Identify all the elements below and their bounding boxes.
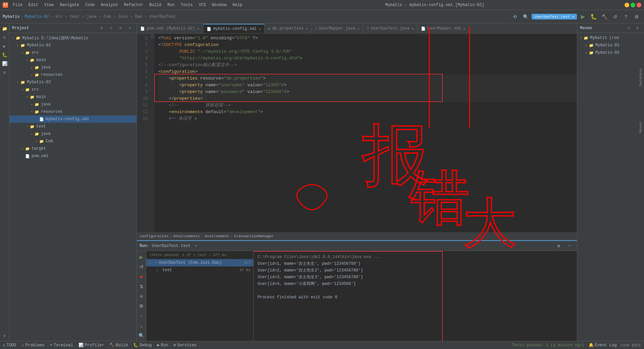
debug-button[interactable]: 🐛 Debug [133, 343, 152, 348]
run-settings-btn[interactable]: ⚙ [137, 302, 146, 311]
maven-reload-icon[interactable]: ↺ [625, 24, 633, 32]
build-button[interactable]: 🔨 Build [109, 343, 128, 348]
tab-mybatis-config[interactable]: 📄 mybatis-config.xml ✕ [203, 24, 265, 33]
menu-tools[interactable]: Tools [178, 2, 196, 8]
run-gear-icon[interactable]: ⚙ [554, 241, 564, 251]
run-close-icon[interactable]: ✕ [195, 243, 197, 248]
run-search-btn[interactable]: 🔍 [137, 331, 146, 340]
tab-userdaotest-java[interactable]: J UserDaoTest.java ✕ [363, 24, 417, 33]
tab-close-usermapper[interactable]: ✕ [357, 27, 360, 31]
toolbar-reload-button[interactable]: ↺ [610, 12, 620, 21]
tree-item-8[interactable]: ▾ 📁 main [9, 93, 137, 101]
close-button[interactable] [637, 3, 641, 7]
run-button-status[interactable]: ▶ Run [157, 343, 168, 348]
menu-refactor[interactable]: Refactor [121, 2, 146, 8]
run-play-btn[interactable]: ▶ [137, 252, 146, 261]
profiler-icon[interactable]: 📊 [1, 60, 9, 68]
toolbar-navigate-button[interactable]: ⟲ [510, 12, 520, 21]
run-filter-btn[interactable]: ≡ [137, 292, 146, 301]
minimize-button[interactable] [625, 3, 629, 7]
tree-item-9[interactable]: ▸ 📁 java [9, 101, 137, 108]
menu-edit[interactable]: Edit [26, 2, 41, 8]
database-label[interactable]: Database [639, 68, 643, 86]
menu-build[interactable]: Build [147, 2, 164, 8]
project-icon[interactable]: 📁 [1, 25, 9, 33]
tab-usermapper-xml[interactable]: 📄 UserMapper.xml ✕ [418, 24, 469, 33]
settings-icon[interactable]: ⚙ [1, 68, 9, 77]
project-settings-icon[interactable]: ⚙ [116, 24, 124, 32]
run-stop-btn[interactable]: ■ [137, 272, 146, 281]
toolbar-help-button[interactable]: ? [621, 12, 631, 21]
maven-mybatis-01[interactable]: ▸ 📁 Mybatis-01 [577, 42, 644, 49]
menu-navigate[interactable]: Navigate [57, 2, 82, 8]
tree-item-10[interactable]: ▾ 📁 resources [9, 108, 137, 115]
nav-transactionmanager[interactable]: transactionManager [234, 234, 274, 238]
debug-icon[interactable]: 🐛 [1, 51, 9, 59]
test-case-item[interactable]: ✓ test 37 ms [146, 266, 253, 274]
tree-item-7[interactable]: ▾ 📁 src [9, 86, 137, 93]
run-output-panel[interactable]: C:\Program Files\Java\jdk1.8.0_144\bin\j… [254, 251, 577, 342]
tree-item-11[interactable]: 📄 mybatis-config.xml [9, 115, 137, 123]
maven-mybatis-root[interactable]: ▾ 📁 Mybatis (roo [577, 34, 644, 42]
menu-window[interactable]: Window [209, 2, 229, 8]
menu-view[interactable]: View [42, 2, 57, 8]
tree-item-3[interactable]: ▾ 📁 main [9, 56, 137, 64]
menu-code[interactable]: Code [83, 2, 98, 8]
run-icon[interactable]: ▶ [1, 42, 9, 50]
nav-environments[interactable]: environments [173, 234, 200, 238]
tree-item-12[interactable]: ▾ 📁 test [9, 123, 137, 130]
tree-item-2[interactable]: ▾ 📁 src [9, 49, 137, 56]
menu-file[interactable]: File [10, 2, 25, 8]
tree-item-0[interactable]: ▾ 📁 Mybatis E:\Ideal源码\Mybatis [9, 34, 137, 42]
project-close-icon[interactable]: ✕ [126, 24, 134, 32]
tab-close-pom[interactable]: ✕ [197, 27, 200, 31]
commit-icon[interactable]: ⊙ [1, 34, 9, 42]
tab-pom-xml[interactable]: 📄 pom.xml (Mybatis-02) ✕ [137, 24, 203, 33]
run-rerun-btn[interactable]: ↺ [137, 262, 146, 271]
problems-button[interactable]: ⚠ Problems [21, 343, 45, 348]
tree-item-1[interactable]: ▸ 📁 Mybatis-01 [9, 42, 137, 49]
code-content[interactable]: <?xml version="1.0" encoding="UTF8" ?> <… [154, 34, 577, 232]
run-config-dropdown[interactable]: UserDaoTest.test ▾ [532, 14, 577, 19]
run-tab-name[interactable]: UserDaoTest.test [152, 244, 191, 248]
terminal-button[interactable]: ⌨ Terminal [50, 343, 73, 348]
services-button[interactable]: ⚙ Services [173, 343, 197, 348]
project-collapse-icon[interactable]: ≡ [107, 24, 115, 32]
tab-close-usermapper-xml[interactable]: ✕ [463, 27, 466, 31]
event-log-button[interactable]: 🔔 Event Log [589, 343, 617, 348]
run-down-btn[interactable]: ↓ [137, 321, 146, 330]
tree-item-13[interactable]: ▾ 📁 java [9, 130, 137, 138]
profiler-button[interactable]: 📊 Profiler [78, 343, 104, 348]
tree-item-15[interactable]: ▸ 📁 target [9, 145, 137, 152]
menu-run[interactable]: Run [165, 2, 177, 8]
toolbar-build-button[interactable]: 🔨 [600, 12, 609, 21]
nav-environment[interactable]: environment [205, 234, 229, 238]
debug-button[interactable]: 🐛 [589, 12, 598, 21]
tab-close-userdaotest[interactable]: ✕ [412, 27, 414, 31]
maven-settings-icon[interactable]: ⚙ [633, 24, 641, 32]
toolbar-settings-button[interactable]: ⚙ [632, 12, 641, 21]
run-sort-btn[interactable]: ⇅ [137, 282, 146, 291]
menu-analyze[interactable]: Analyze [98, 2, 120, 8]
run-up-btn[interactable]: ↑ [137, 311, 146, 320]
todo-button[interactable]: ☑ TODO [3, 343, 16, 348]
tree-item-5[interactable]: ▸ 📁 resources [9, 71, 137, 79]
menu-vcs[interactable]: VCS [196, 2, 209, 8]
tree-item-14[interactable]: ▾ 📁 Com [9, 138, 137, 145]
tab-usermapper-java[interactable]: J UserMapper.java ✕ [312, 24, 363, 33]
tree-item-16[interactable]: 📄 pom.xml [9, 152, 137, 160]
project-scope-icon[interactable]: ⊕ [98, 24, 106, 32]
tree-item-4[interactable]: ▸ 📁 java [9, 64, 137, 71]
maven-mybatis-02[interactable]: ▸ 📁 Mybatis-02 [577, 49, 644, 56]
tab-close-db-props[interactable]: ✕ [306, 27, 308, 31]
maximize-button[interactable] [631, 3, 635, 7]
run-button[interactable]: ▶ [578, 12, 588, 21]
tab-close-mybatis-config[interactable]: ✕ [259, 27, 261, 31]
code-editor[interactable]: 12345 678910 111213 ▾ <?xml version="1.0… [137, 34, 577, 232]
favorites-icon[interactable]: ★ [1, 332, 9, 340]
fold-properties[interactable]: ▾ [151, 35, 154, 38]
menu-help[interactable]: Help [230, 2, 245, 8]
tree-item-6[interactable]: ▾ 📁 Mybatis-02 [9, 79, 137, 86]
toolbar-search-button[interactable]: 🔍 [521, 12, 530, 21]
nav-configuration[interactable]: configuration [140, 234, 168, 238]
